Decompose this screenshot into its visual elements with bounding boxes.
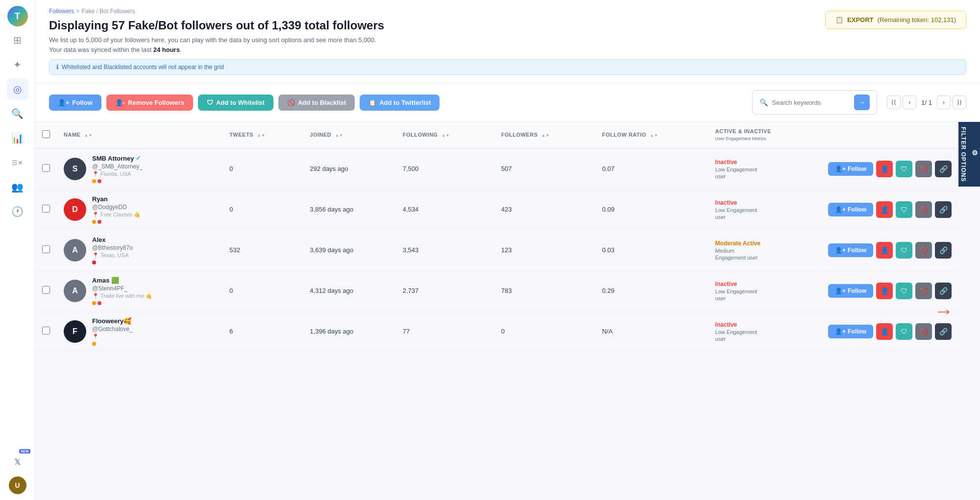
row-remove-button[interactable]: 👤 bbox=[876, 242, 893, 259]
twitterlist-icon: 📋 bbox=[368, 99, 376, 106]
row-following-cell: 2,737 bbox=[396, 270, 494, 311]
add-to-twitterlist-button[interactable]: 📋 Add to Twitterlist bbox=[360, 95, 440, 111]
row-checkbox-cell bbox=[35, 189, 57, 230]
sidebar-item-lists[interactable]: ☰✕ bbox=[7, 152, 28, 173]
table-scroll-area[interactable]: NAME ▲▼ TWEETS ▲▼ JOINED ▲▼ FOLLOWING bbox=[35, 122, 958, 500]
blacklist-icon: 🚫 bbox=[287, 99, 295, 106]
row-whitelist-button[interactable]: 🛡 bbox=[896, 242, 912, 259]
row-actions-cell: 👤+ Follow 👤 🛡 🚫 🔗 bbox=[821, 148, 958, 190]
engagement-label: Low Engagement bbox=[715, 329, 814, 335]
row-link-button[interactable]: 🔗 bbox=[935, 283, 952, 299]
user-handle[interactable]: @Stenn4PF_ bbox=[92, 285, 152, 292]
follow-button[interactable]: 👤+ Follow bbox=[49, 95, 101, 111]
name-sort-icon[interactable]: ▲▼ bbox=[84, 133, 93, 138]
page-description: We list up to 5,000 of your followers he… bbox=[49, 35, 966, 54]
export-button[interactable]: 📋 EXPORT (Remaining token: 102,131) bbox=[825, 11, 966, 29]
add-to-whitelist-button[interactable]: 🛡 Add to Whitelist bbox=[198, 95, 273, 111]
user-handle[interactable]: @_SMB_Attorney_ bbox=[92, 163, 143, 170]
row-blacklist-button[interactable]: 🚫 bbox=[915, 242, 932, 259]
row-checkbox-cell bbox=[35, 311, 57, 352]
filter-panel-button[interactable]: ⚙ FILTER OPTIONS bbox=[958, 122, 980, 187]
user-info: F Flooweery🥰 @Gottchalove_ 📍 bbox=[64, 317, 216, 346]
row-checkbox[interactable] bbox=[42, 164, 50, 172]
row-checkbox[interactable] bbox=[42, 327, 50, 334]
row-checkbox[interactable] bbox=[42, 245, 50, 253]
follow-add-icon: 👤+ bbox=[835, 287, 846, 294]
select-all-checkbox[interactable] bbox=[42, 130, 50, 138]
row-checkbox[interactable] bbox=[42, 286, 50, 294]
sidebar-item-analytics[interactable]: ✦ bbox=[7, 54, 28, 75]
user-handle[interactable]: @DodgyeDD bbox=[92, 204, 141, 211]
row-name-cell: D Ryan @DodgyeDD 📍Free Classes 🤙 bbox=[57, 189, 222, 230]
prev-page-button[interactable]: ‹ bbox=[903, 95, 916, 109]
last-page-icon: ⟩⟩ bbox=[957, 99, 962, 106]
remove-followers-button[interactable]: 👤- Remove Followers bbox=[106, 95, 193, 111]
tweets-sort-icon[interactable]: ▲▼ bbox=[257, 133, 266, 138]
user-handle[interactable]: @Bthestory87o bbox=[92, 244, 133, 251]
sidebar-item-search[interactable]: 🔍 bbox=[7, 103, 28, 124]
row-follow-button[interactable]: 👤+ Follow bbox=[828, 243, 873, 257]
row-link-button[interactable]: 🔗 bbox=[935, 242, 952, 259]
user-name: Ryan bbox=[92, 195, 141, 203]
row-whitelist-button[interactable]: 🛡 bbox=[896, 161, 912, 177]
action-buttons: 👤+ Follow 👤 🛡 🚫 🔗 bbox=[828, 283, 952, 299]
joined-sort-icon[interactable]: ▲▼ bbox=[335, 133, 343, 138]
row-follow-button[interactable]: 👤+ Follow bbox=[828, 162, 873, 176]
follow-add-icon: 👤+ bbox=[835, 166, 846, 172]
engagement-type: user bbox=[715, 173, 814, 179]
row-blacklist-button[interactable]: 🚫 bbox=[915, 161, 932, 177]
follow-add-icon: 👤+ bbox=[835, 328, 846, 335]
first-page-button[interactable]: ⟨⟨ bbox=[887, 95, 901, 109]
engagement-label: Low Engagement bbox=[715, 167, 814, 172]
row-follow-button[interactable]: 👤+ Follow bbox=[828, 284, 873, 298]
action-buttons: 👤+ Follow 👤 🛡 🚫 🔗 bbox=[828, 323, 952, 340]
row-checkbox[interactable] bbox=[42, 205, 50, 213]
row-follow-button[interactable]: 👤+ Follow bbox=[828, 325, 873, 338]
row-blacklist-button[interactable]: 🚫 bbox=[915, 283, 932, 299]
whitelist-icon: 🛡 bbox=[207, 99, 213, 106]
sidebar-item-monitor[interactable]: ◎ bbox=[7, 78, 28, 100]
page-header: Followers > Fake / Bot Followers Display… bbox=[35, 0, 980, 83]
row-status-cell: Inactive Low Engagement user bbox=[709, 270, 821, 311]
row-tweets-cell: 0 bbox=[222, 270, 303, 311]
row-link-button[interactable]: 🔗 bbox=[935, 201, 952, 218]
search-submit-button[interactable]: → bbox=[854, 95, 870, 110]
row-tweets-cell: 0 bbox=[222, 148, 303, 190]
row-remove-button[interactable]: 👤 bbox=[876, 161, 893, 177]
user-info: A Amas 🟩 @Stenn4PF_ 📍Trade live with me … bbox=[64, 277, 216, 305]
row-name-cell: S SMB Attorney✓ @_SMB_Attorney_ 📍Florida… bbox=[57, 148, 222, 190]
user-handle[interactable]: @Gottchalove_ bbox=[92, 326, 133, 333]
row-whitelist-button[interactable]: 🛡 bbox=[896, 323, 912, 340]
user-avatar[interactable]: U bbox=[9, 476, 26, 494]
row-blacklist-button[interactable]: 🚫 bbox=[915, 201, 932, 218]
engagement-label: Low Engagement bbox=[715, 288, 814, 294]
row-follow-button[interactable]: 👤+ Follow bbox=[828, 203, 873, 216]
sidebar-item-schedule[interactable]: 🕐 bbox=[7, 201, 28, 222]
user-name: SMB Attorney✓ bbox=[92, 155, 143, 162]
link-icon: 🔗 bbox=[939, 165, 948, 173]
last-page-button[interactable]: ⟩⟩ bbox=[953, 95, 966, 109]
lists-icon: ☰✕ bbox=[12, 159, 23, 167]
row-remove-button[interactable]: 👤 bbox=[876, 283, 893, 299]
row-remove-button[interactable]: 👤 bbox=[876, 323, 893, 340]
sidebar-item-reports[interactable]: 📊 bbox=[7, 127, 28, 149]
row-whitelist-button[interactable]: 🛡 bbox=[896, 201, 912, 218]
row-blacklist-button[interactable]: 🚫 bbox=[915, 323, 932, 340]
row-whitelist-button[interactable]: 🛡 bbox=[896, 283, 912, 299]
row-remove-button[interactable]: 👤 bbox=[876, 201, 893, 218]
sidebar-item-twitter-new[interactable]: 𝕏 bbox=[7, 451, 28, 473]
sidebar-item-followers[interactable]: 👥 bbox=[7, 176, 28, 198]
follow-ratio-sort-icon[interactable]: ▲▼ bbox=[650, 133, 658, 138]
followers-sort-icon[interactable]: ▲▼ bbox=[541, 133, 550, 138]
row-link-button[interactable]: 🔗 bbox=[935, 323, 952, 340]
next-page-button[interactable]: › bbox=[937, 95, 951, 109]
following-sort-icon[interactable]: ▲▼ bbox=[441, 133, 450, 138]
user-location: 📍Trade live with me 🤙 bbox=[92, 293, 152, 299]
dot-indicator bbox=[92, 301, 96, 305]
sidebar-item-dashboard[interactable]: ⊞ bbox=[7, 29, 28, 51]
search-input[interactable] bbox=[772, 99, 850, 106]
breadcrumb-parent[interactable]: Followers bbox=[49, 8, 74, 15]
status-badge: Inactive bbox=[715, 321, 814, 328]
row-link-button[interactable]: 🔗 bbox=[935, 161, 952, 177]
add-to-blacklist-button[interactable]: 🚫 Add to Blacklist bbox=[278, 95, 355, 111]
